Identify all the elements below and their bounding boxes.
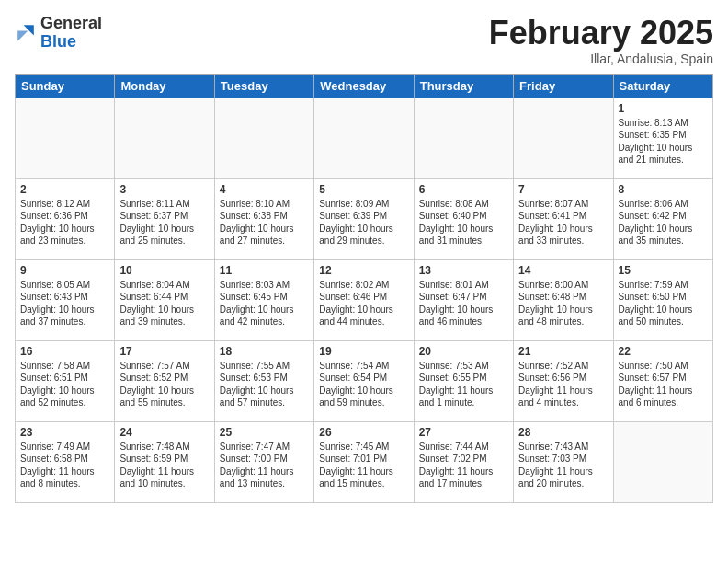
calendar-cell: 2Sunrise: 8:12 AM Sunset: 6:36 PM Daylig… — [16, 178, 115, 259]
calendar-cell: 9Sunrise: 8:05 AM Sunset: 6:43 PM Daylig… — [16, 259, 115, 340]
weekday-header-friday: Friday — [514, 74, 613, 98]
calendar-week-row: 16Sunrise: 7:58 AM Sunset: 6:51 PM Dayli… — [16, 340, 713, 421]
day-number: 8 — [619, 183, 708, 196]
logo-icon — [15, 22, 37, 44]
day-info: Sunrise: 8:13 AM Sunset: 6:35 PM Dayligh… — [619, 117, 708, 167]
day-number: 14 — [518, 264, 608, 277]
day-number: 5 — [319, 183, 408, 196]
calendar-cell: 4Sunrise: 8:10 AM Sunset: 6:38 PM Daylig… — [214, 178, 313, 259]
calendar-cell: 22Sunrise: 7:50 AM Sunset: 6:57 PM Dayli… — [613, 340, 712, 421]
day-number: 26 — [319, 426, 408, 439]
calendar-cell: 6Sunrise: 8:08 AM Sunset: 6:40 PM Daylig… — [414, 178, 513, 259]
day-number: 20 — [419, 345, 508, 358]
day-info: Sunrise: 8:05 AM Sunset: 6:43 PM Dayligh… — [20, 279, 109, 328]
day-number: 10 — [119, 264, 209, 277]
logo-general-text: General — [40, 15, 102, 33]
calendar-cell: 24Sunrise: 7:48 AM Sunset: 6:59 PM Dayli… — [115, 421, 214, 502]
calendar-cell: 12Sunrise: 8:02 AM Sunset: 6:46 PM Dayli… — [314, 259, 414, 340]
weekday-header-wednesday: Wednesday — [314, 74, 414, 98]
day-info: Sunrise: 7:45 AM Sunset: 7:01 PM Dayligh… — [319, 441, 408, 490]
day-number: 19 — [319, 345, 408, 358]
day-info: Sunrise: 7:48 AM Sunset: 6:59 PM Dayligh… — [119, 441, 209, 490]
logo: General Blue — [15, 15, 102, 52]
day-info: Sunrise: 8:10 AM Sunset: 6:38 PM Dayligh… — [220, 198, 309, 247]
day-number: 16 — [20, 345, 109, 358]
day-info: Sunrise: 7:54 AM Sunset: 6:54 PM Dayligh… — [319, 360, 408, 409]
calendar-cell: 3Sunrise: 8:11 AM Sunset: 6:37 PM Daylig… — [115, 178, 214, 259]
calendar-cell: 17Sunrise: 7:57 AM Sunset: 6:52 PM Dayli… — [115, 340, 214, 421]
day-number: 13 — [419, 264, 508, 277]
day-info: Sunrise: 8:07 AM Sunset: 6:41 PM Dayligh… — [518, 198, 608, 247]
calendar-cell — [16, 98, 115, 178]
day-info: Sunrise: 8:09 AM Sunset: 6:39 PM Dayligh… — [319, 198, 408, 247]
day-number: 9 — [20, 264, 109, 277]
day-number: 18 — [220, 345, 309, 358]
logo-blue-text: Blue — [40, 33, 102, 52]
day-info: Sunrise: 7:52 AM Sunset: 6:56 PM Dayligh… — [518, 360, 608, 409]
calendar-cell: 28Sunrise: 7:43 AM Sunset: 7:03 PM Dayli… — [514, 421, 613, 502]
day-number: 11 — [220, 264, 309, 277]
calendar-cell: 20Sunrise: 7:53 AM Sunset: 6:55 PM Dayli… — [414, 340, 513, 421]
day-number: 27 — [419, 426, 508, 439]
day-number: 4 — [220, 183, 309, 196]
calendar-cell: 8Sunrise: 8:06 AM Sunset: 6:42 PM Daylig… — [613, 178, 712, 259]
weekday-header-thursday: Thursday — [414, 74, 513, 98]
day-number: 6 — [419, 183, 508, 196]
day-info: Sunrise: 7:58 AM Sunset: 6:51 PM Dayligh… — [20, 360, 109, 409]
day-number: 23 — [20, 426, 109, 439]
day-number: 12 — [319, 264, 408, 277]
calendar-table: SundayMondayTuesdayWednesdayThursdayFrid… — [15, 74, 713, 503]
calendar-cell: 14Sunrise: 8:00 AM Sunset: 6:48 PM Dayli… — [514, 259, 613, 340]
calendar-cell: 25Sunrise: 7:47 AM Sunset: 7:00 PM Dayli… — [214, 421, 313, 502]
calendar-cell: 26Sunrise: 7:45 AM Sunset: 7:01 PM Dayli… — [314, 421, 414, 502]
weekday-header-row: SundayMondayTuesdayWednesdayThursdayFrid… — [16, 74, 713, 98]
day-info: Sunrise: 7:50 AM Sunset: 6:57 PM Dayligh… — [619, 360, 708, 409]
day-number: 17 — [119, 345, 209, 358]
day-number: 28 — [518, 426, 608, 439]
day-info: Sunrise: 8:01 AM Sunset: 6:47 PM Dayligh… — [419, 279, 508, 328]
calendar-cell: 27Sunrise: 7:44 AM Sunset: 7:02 PM Dayli… — [414, 421, 513, 502]
calendar-cell — [414, 98, 513, 178]
calendar-cell: 19Sunrise: 7:54 AM Sunset: 6:54 PM Dayli… — [314, 340, 414, 421]
calendar-week-row: 23Sunrise: 7:49 AM Sunset: 6:58 PM Dayli… — [16, 421, 713, 502]
calendar-cell: 11Sunrise: 8:03 AM Sunset: 6:45 PM Dayli… — [214, 259, 313, 340]
day-number: 25 — [220, 426, 309, 439]
calendar-title: February 2025 — [489, 15, 713, 52]
calendar-cell: 10Sunrise: 8:04 AM Sunset: 6:44 PM Dayli… — [115, 259, 214, 340]
day-info: Sunrise: 8:06 AM Sunset: 6:42 PM Dayligh… — [619, 198, 708, 247]
weekday-header-sunday: Sunday — [16, 74, 115, 98]
day-info: Sunrise: 7:57 AM Sunset: 6:52 PM Dayligh… — [119, 360, 209, 409]
day-info: Sunrise: 7:43 AM Sunset: 7:03 PM Dayligh… — [518, 441, 608, 490]
calendar-cell: 13Sunrise: 8:01 AM Sunset: 6:47 PM Dayli… — [414, 259, 513, 340]
day-info: Sunrise: 8:04 AM Sunset: 6:44 PM Dayligh… — [119, 279, 209, 328]
calendar-week-row: 2Sunrise: 8:12 AM Sunset: 6:36 PM Daylig… — [16, 178, 713, 259]
day-number: 2 — [20, 183, 109, 196]
svg-marker-0 — [24, 25, 34, 35]
calendar-cell — [613, 421, 712, 502]
day-info: Sunrise: 8:12 AM Sunset: 6:36 PM Dayligh… — [20, 198, 109, 247]
calendar-cell: 5Sunrise: 8:09 AM Sunset: 6:39 PM Daylig… — [314, 178, 414, 259]
day-number: 7 — [518, 183, 608, 196]
weekday-header-saturday: Saturday — [613, 74, 712, 98]
calendar-cell — [514, 98, 613, 178]
calendar-cell: 16Sunrise: 7:58 AM Sunset: 6:51 PM Dayli… — [16, 340, 115, 421]
day-info: Sunrise: 7:49 AM Sunset: 6:58 PM Dayligh… — [20, 441, 109, 490]
page-header: General Blue February 2025 Illar, Andalu… — [15, 15, 713, 66]
calendar-cell — [214, 98, 313, 178]
svg-marker-1 — [17, 30, 28, 40]
calendar-cell: 15Sunrise: 7:59 AM Sunset: 6:50 PM Dayli… — [613, 259, 712, 340]
day-number: 22 — [619, 345, 708, 358]
day-info: Sunrise: 7:44 AM Sunset: 7:02 PM Dayligh… — [419, 441, 508, 490]
day-number: 3 — [119, 183, 209, 196]
day-info: Sunrise: 8:08 AM Sunset: 6:40 PM Dayligh… — [419, 198, 508, 247]
calendar-cell: 21Sunrise: 7:52 AM Sunset: 6:56 PM Dayli… — [514, 340, 613, 421]
day-number: 1 — [619, 102, 708, 115]
day-info: Sunrise: 7:59 AM Sunset: 6:50 PM Dayligh… — [619, 279, 708, 328]
weekday-header-tuesday: Tuesday — [214, 74, 313, 98]
day-info: Sunrise: 7:55 AM Sunset: 6:53 PM Dayligh… — [220, 360, 309, 409]
day-info: Sunrise: 8:02 AM Sunset: 6:46 PM Dayligh… — [319, 279, 408, 328]
day-info: Sunrise: 8:00 AM Sunset: 6:48 PM Dayligh… — [518, 279, 608, 328]
calendar-week-row: 9Sunrise: 8:05 AM Sunset: 6:43 PM Daylig… — [16, 259, 713, 340]
day-info: Sunrise: 8:03 AM Sunset: 6:45 PM Dayligh… — [220, 279, 309, 328]
day-info: Sunrise: 8:11 AM Sunset: 6:37 PM Dayligh… — [119, 198, 209, 247]
